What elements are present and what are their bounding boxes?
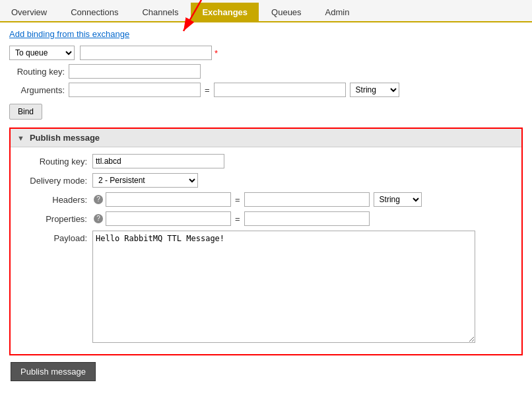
publish-message-button[interactable]: Publish message (11, 362, 96, 381)
pub-delivery-mode-select[interactable]: 2 - Persistent 1 - Non-persistent (92, 173, 198, 188)
tab-exchanges[interactable]: Exchanges (191, 3, 259, 21)
main-content: Add binding from this exchange To queue … (0, 22, 532, 389)
routing-key-row: Routing key: (9, 64, 523, 79)
publish-form: Routing key: Delivery mode: 2 - Persiste… (11, 147, 521, 354)
pub-delivery-mode-row: Delivery mode: 2 - Persistent 1 - Non-pe… (20, 173, 512, 188)
tab-overview[interactable]: Overview (0, 3, 58, 21)
tab-queues[interactable]: Queues (260, 3, 313, 21)
pub-payload-label: Payload: (20, 231, 92, 243)
pub-payload-row: Payload: Hello RabbitMQ TTL Message! (20, 231, 512, 343)
destination-row: To queue To exchange * (9, 46, 523, 60)
publish-section: ▼ Publish message Routing key: Delivery … (9, 128, 523, 355)
publish-button-row: Publish message (9, 355, 523, 383)
bind-button[interactable]: Bind (9, 104, 42, 120)
pub-delivery-mode-label: Delivery mode: (20, 176, 92, 186)
pub-payload-textarea[interactable]: Hello RabbitMQ TTL Message! (92, 231, 475, 343)
pub-routing-key-row: Routing key: (20, 154, 512, 168)
pub-properties-row: Properties: ? = (20, 211, 512, 226)
arguments-label: Arguments: (9, 85, 69, 95)
pub-headers-row: Headers: ? = String Number (20, 192, 512, 207)
properties-help-icon[interactable]: ? (94, 214, 103, 223)
publish-section-title: Publish message (30, 133, 100, 143)
pub-properties-equals: = (231, 214, 244, 224)
pub-headers-key-input[interactable] (106, 192, 231, 207)
add-binding-link[interactable]: Add binding from this exchange (9, 29, 129, 39)
pub-headers-equals: = (231, 195, 244, 205)
pub-properties-value-input[interactable] (244, 211, 370, 226)
tab-admin[interactable]: Admin (314, 3, 361, 21)
required-star: * (215, 48, 218, 58)
pub-properties-key-input[interactable] (106, 211, 231, 226)
tab-bar: Overview Connections Channels Exchanges … (0, 0, 532, 22)
routing-key-input[interactable] (69, 64, 201, 79)
routing-key-label: Routing key: (9, 67, 69, 77)
arguments-type-select[interactable]: String Number Boolean (350, 83, 399, 97)
tab-channels[interactable]: Channels (131, 3, 189, 21)
destination-input[interactable] (80, 46, 212, 60)
headers-help-icon[interactable]: ? (94, 195, 103, 204)
collapse-arrow-icon[interactable]: ▼ (17, 134, 24, 142)
publish-section-header: ▼ Publish message (11, 129, 521, 147)
pub-headers-value-input[interactable] (244, 192, 370, 207)
arguments-value-input[interactable] (214, 83, 346, 97)
equals-sign: = (201, 85, 214, 95)
binding-form: To queue To exchange * Routing key: Argu… (9, 46, 523, 120)
pub-routing-key-input[interactable] (92, 154, 224, 168)
bind-button-row: Bind (9, 101, 523, 120)
tab-connections[interactable]: Connections (59, 3, 129, 21)
pub-properties-label: Properties: (20, 214, 92, 224)
pub-headers-type-select[interactable]: String Number (374, 192, 422, 207)
arguments-row: Arguments: = String Number Boolean (9, 83, 523, 97)
arguments-key-input[interactable] (69, 83, 201, 97)
pub-routing-key-label: Routing key: (20, 157, 92, 166)
pub-headers-label: Headers: (20, 195, 92, 205)
destination-type-select[interactable]: To queue To exchange (9, 46, 75, 60)
